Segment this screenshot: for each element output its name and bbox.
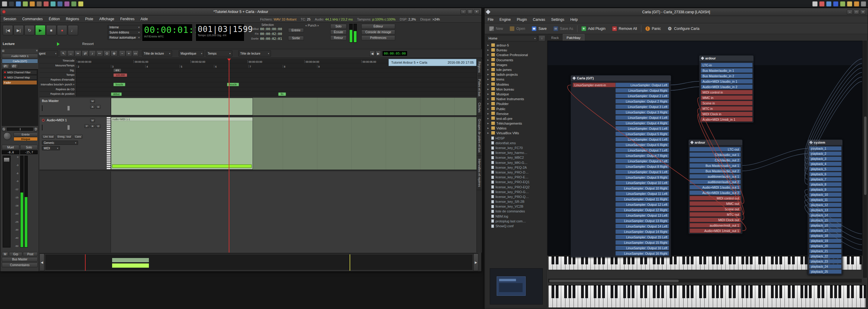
midi-automation-button[interactable]: A xyxy=(90,124,95,128)
file-tree-item[interactable]: ▶ license_key_harmo… xyxy=(486,150,547,155)
port-output[interactable]: MMC out xyxy=(689,201,741,206)
port-input[interactable]: playback_22 xyxy=(809,254,841,258)
file-tree-item[interactable]: ▶ license_key_SR-2B xyxy=(486,199,547,204)
expand-arrow-icon[interactable]: ▶ xyxy=(487,122,490,124)
port-output[interactable]: Bus Master/audio_out 1 xyxy=(689,163,741,168)
port-output[interactable]: LinuxSampler: Output 12 Left xyxy=(615,202,669,207)
snap-mode-dropdown[interactable]: Magnétique xyxy=(179,50,204,56)
toolbar-button[interactable]: Panic xyxy=(643,25,664,33)
menu-item[interactable]: Édition xyxy=(46,16,63,22)
port-input[interactable]: playback_15 xyxy=(809,218,841,222)
port-output[interactable]: LinuxSampler: Output 6 Right xyxy=(615,142,669,147)
pan-slider[interactable] xyxy=(7,128,33,131)
port-input[interactable]: playback_8 xyxy=(809,182,841,187)
transport-button[interactable]: ● xyxy=(57,25,67,35)
transport-button[interactable]: |◀ xyxy=(3,25,13,35)
port-output[interactable]: Audio+MIDI 1/audio_out 2 xyxy=(689,190,741,195)
file-tree-item[interactable]: ▶ license_key_MKI-G… xyxy=(486,160,547,165)
port-output[interactable]: Click/audio_out 1 xyxy=(689,152,741,157)
selection-row[interactable]: Fin00:00:02:00 xyxy=(248,31,287,36)
file-tree-item[interactable]: ▶ Creative Professional xyxy=(486,53,547,57)
file-tree-item[interactable]: ▶ NBM.log xyxy=(486,214,547,219)
port-input[interactable]: Audio+MIDI 1/midi_in 1 xyxy=(701,117,752,121)
window-button[interactable]: × xyxy=(474,9,479,14)
window-button[interactable]: – xyxy=(461,9,466,14)
processor-entry[interactable]: Fader xyxy=(3,80,37,85)
tool-button[interactable]: ⊙ xyxy=(103,50,110,56)
v-scrollbar-handle[interactable] xyxy=(864,116,867,195)
port-input[interactable]: MIDI control in xyxy=(701,90,752,94)
port-output[interactable]: LinuxSampler: Output 8 Left xyxy=(615,159,669,163)
port-input[interactable]: playback_18 xyxy=(809,233,841,238)
expand-arrow-icon[interactable]: ▶ xyxy=(487,78,490,81)
input-mode-button[interactable]: Entrée xyxy=(13,133,38,136)
comments-button[interactable]: Commentaires xyxy=(2,262,38,268)
taskbar-icon[interactable] xyxy=(36,1,42,7)
transport-button[interactable]: ▶| xyxy=(13,25,24,35)
sync-source-dropdown[interactable]: Interne xyxy=(107,25,141,30)
port-output[interactable]: LinuxSampler: Output 7 Left xyxy=(615,148,669,152)
taskbar-tray-icon[interactable] xyxy=(819,1,825,7)
channel-mode-dropdown[interactable]: MIDI xyxy=(42,146,60,150)
toolbar-button[interactable]: Open xyxy=(507,25,528,33)
port-input[interactable]: playback_24 xyxy=(809,264,841,269)
file-tree-item[interactable]: ▶ Public xyxy=(486,106,547,111)
menu-item[interactable]: Aide xyxy=(137,16,151,22)
port-output[interactable]: LinuxSampler: Output 4 Right xyxy=(615,121,669,125)
file-tree-item[interactable]: ▶ ladish-projects xyxy=(486,72,547,77)
port-input[interactable]: playback_12 xyxy=(809,203,841,207)
ruler-label[interactable]: Repères de CD xyxy=(39,87,76,92)
toolbar-button[interactable]: Remove All xyxy=(610,25,640,33)
taskbar-icon[interactable] xyxy=(2,1,7,7)
tool-button[interactable]: ↖ xyxy=(60,50,67,56)
menu-item[interactable]: Settings xyxy=(548,16,567,23)
file-tree-item[interactable]: ▶ license_key_PRO-EQ1 xyxy=(486,179,547,185)
primary-clock[interactable]: 00:00:01:12 INT/Entrée MTC xyxy=(142,24,193,41)
ruler-location-markers[interactable] xyxy=(76,92,476,96)
tool-button[interactable]: ⊕ xyxy=(111,50,118,56)
taskbar-tray-icon[interactable] xyxy=(861,1,866,7)
port-input[interactable]: playback_3 xyxy=(809,157,841,161)
menu-item[interactable]: Help xyxy=(567,16,581,23)
port-input[interactable]: Bus Master/audio_in 1 xyxy=(701,68,752,73)
taskbar-icon[interactable] xyxy=(16,1,21,7)
ardour-titlebar[interactable]: *Tutoriel Ardour 5 + Carla - Ardour –□× xyxy=(0,8,481,16)
file-tree-item[interactable]: ▶ Native Instruments xyxy=(486,96,547,102)
side-tab[interactable]: Intervalles et repères xyxy=(477,156,482,190)
port-output[interactable]: auditioner/audio_out 1 xyxy=(689,174,741,179)
midi-io-button[interactable]: Enreg.: tout xyxy=(56,135,72,139)
bus-master-header[interactable]: Bus Master M A G xyxy=(39,98,111,116)
session-start-marker[interactable]: début xyxy=(111,92,122,96)
port-output[interactable]: LinuxSampler: Output 13 Left xyxy=(615,213,669,218)
grid-type-dropdown[interactable]: Temps xyxy=(206,50,232,56)
selection-row[interactable]: Début00:00:00:00 xyxy=(248,27,287,31)
solo-button[interactable]: Solo xyxy=(20,145,38,150)
menu-item[interactable]: Affichage xyxy=(96,16,117,22)
taskbar-tray-icon[interactable] xyxy=(847,1,852,7)
phase-button[interactable]: Ø2 xyxy=(10,64,18,68)
processor-led-icon[interactable] xyxy=(4,76,6,79)
file-tree-item[interactable]: ▶ license_key_VC2B xyxy=(486,204,547,209)
port-output[interactable]: LinuxSampler: Output 14 Left xyxy=(615,224,669,228)
zoom-focus-dropdown[interactable]: Tête de lecture xyxy=(142,50,172,56)
menu-item[interactable]: Régions xyxy=(63,16,82,22)
port-output[interactable]: LinuxSampler: Output 5 Right xyxy=(615,132,669,136)
midi-play-button[interactable]: P xyxy=(84,124,89,128)
follow-edits-dropdown[interactable]: Suivre éditions xyxy=(107,30,141,35)
virtual-midi-keyboard[interactable] xyxy=(548,285,866,308)
port-output[interactable]: LinuxSampler: Output 2 Left xyxy=(615,93,669,98)
expand-arrow-icon[interactable]: ▶ xyxy=(487,44,490,47)
node-header[interactable]: Carla (GIT) xyxy=(571,76,671,81)
secondary-clock[interactable]: 001|03|1599 Tempo 120,000 Sig. 4/4 xyxy=(195,24,244,41)
ruler-tempo[interactable] xyxy=(76,73,476,78)
go-up-button[interactable]: ↑ xyxy=(538,35,545,41)
port-output[interactable]: LinuxSampler: Output 11 Right xyxy=(615,197,669,201)
zoom-button[interactable]: − xyxy=(119,50,125,56)
file-tree-item[interactable]: ▶ Bureau xyxy=(486,48,547,53)
gain-fader[interactable] xyxy=(3,156,10,248)
port-output[interactable]: LinuxSampler: Output 9 Right xyxy=(615,175,669,179)
file-tree-item[interactable]: ▶ Pbuilder xyxy=(486,102,547,106)
file-tree-item[interactable]: ▶ Vidéos xyxy=(486,126,547,131)
ruler-cd-markers[interactable] xyxy=(76,87,476,92)
expand-arrow-icon[interactable]: ▶ xyxy=(487,83,490,86)
